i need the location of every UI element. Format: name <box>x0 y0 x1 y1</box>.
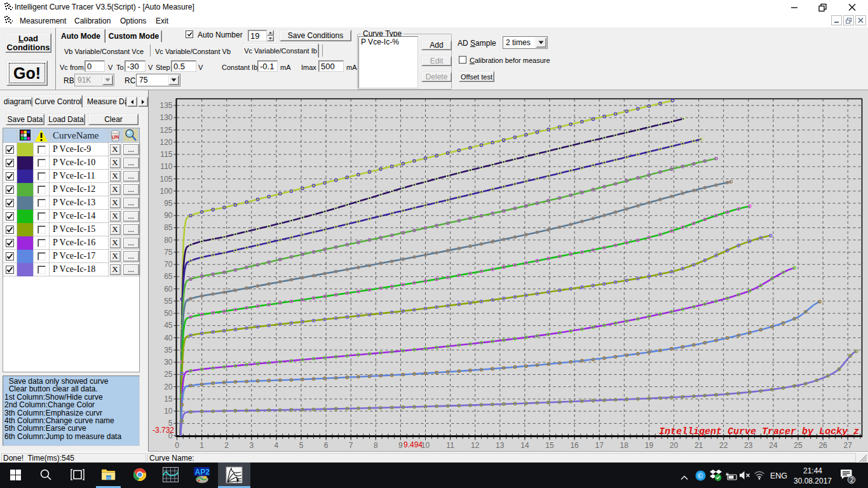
svg-text:16: 16 <box>570 441 579 450</box>
svg-text:18: 18 <box>620 441 629 450</box>
svg-text:9.494: 9.494 <box>403 440 423 449</box>
svg-text:105: 105 <box>159 175 172 184</box>
svg-text:19: 19 <box>645 441 654 450</box>
svg-text:5: 5 <box>299 441 304 450</box>
svg-text:135: 135 <box>159 101 172 110</box>
svg-text:12: 12 <box>471 441 480 450</box>
svg-text:3: 3 <box>249 441 254 450</box>
svg-text:90: 90 <box>164 211 173 220</box>
svg-text:0: 0 <box>175 441 179 450</box>
svg-text:22: 22 <box>719 441 728 450</box>
svg-text:30: 30 <box>164 358 173 367</box>
svg-text:14: 14 <box>520 441 529 450</box>
svg-text:115: 115 <box>160 150 172 159</box>
svg-text:130: 130 <box>159 113 172 122</box>
svg-text:13: 13 <box>496 441 505 450</box>
svg-text:120: 120 <box>159 138 172 147</box>
svg-text:45: 45 <box>164 321 173 330</box>
svg-text:7: 7 <box>349 441 353 450</box>
svg-text:125: 125 <box>159 126 172 135</box>
svg-text:25: 25 <box>164 370 173 379</box>
svg-text:UN: UN <box>111 134 119 140</box>
svg-text:110: 110 <box>160 162 172 171</box>
svg-text:95: 95 <box>164 199 173 208</box>
svg-text:9: 9 <box>398 441 403 450</box>
svg-text:15: 15 <box>545 441 554 450</box>
svg-text:50: 50 <box>164 309 173 318</box>
svg-text:75: 75 <box>164 248 173 257</box>
svg-text:24: 24 <box>769 441 778 450</box>
svg-text:35: 35 <box>164 346 173 355</box>
svg-text:23: 23 <box>744 441 753 450</box>
svg-text:AP2: AP2 <box>194 467 210 476</box>
svg-text:21: 21 <box>695 441 703 450</box>
svg-text:17: 17 <box>595 441 604 450</box>
svg-text:2: 2 <box>224 441 229 450</box>
svg-text:1: 1 <box>200 441 204 450</box>
svg-text:40: 40 <box>164 334 173 342</box>
svg-text:70: 70 <box>164 260 173 269</box>
svg-text:8: 8 <box>374 441 378 450</box>
svg-text:4: 4 <box>275 441 279 450</box>
svg-text:2: 2 <box>850 476 854 484</box>
svg-text:Intelligent Curve Tracer by Lo: Intelligent Curve Tracer by Locky_z <box>659 426 859 437</box>
svg-text:100: 100 <box>159 187 172 196</box>
svg-text:6: 6 <box>324 441 329 450</box>
svg-text:20: 20 <box>164 383 173 391</box>
svg-text:85: 85 <box>164 223 173 232</box>
svg-text:26: 26 <box>818 441 827 450</box>
svg-text:80: 80 <box>164 236 173 245</box>
svg-text:60: 60 <box>164 285 173 294</box>
svg-text:65: 65 <box>164 272 173 281</box>
svg-text:55: 55 <box>164 297 173 306</box>
svg-text:©: © <box>698 471 703 480</box>
svg-text:25: 25 <box>794 441 803 450</box>
svg-text:-3.732: -3.732 <box>153 426 174 435</box>
svg-text:27: 27 <box>844 441 853 450</box>
svg-text:15: 15 <box>164 395 173 403</box>
svg-text:10: 10 <box>164 407 173 416</box>
svg-text:20: 20 <box>670 441 679 450</box>
svg-text:11: 11 <box>446 441 454 450</box>
